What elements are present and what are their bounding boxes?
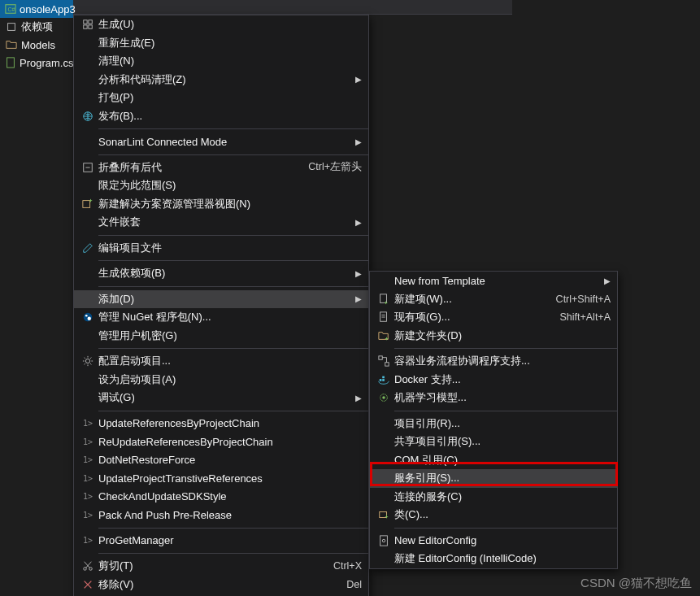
menu-shortcut: Ctrl+Shift+A [543,294,611,305]
add-submenu-item[interactable]: 机器学习模型... [370,389,617,407]
submenu-arrow-icon: ▶ [352,137,362,146]
context-menu-item[interactable]: 1>ProGetManager [74,532,368,550]
menu-item-label: 生成依赖项(B) [98,266,352,281]
context-menu-item[interactable]: 限定为此范围(S) [74,176,368,195]
svg-point-14 [88,317,91,320]
submenu-arrow-icon: ▶ [352,218,362,227]
add-submenu-item[interactable]: 现有项(G)...Shift+Alt+A [370,308,617,327]
menu-item-label: 文件嵌套 [98,215,352,229]
cut-icon [77,560,98,572]
add-submenu-item[interactable]: 新建 EditorConfig (IntelliCode) [370,550,617,568]
menu-item-label: 限定为此范围(S) [98,178,362,193]
tree-item-deps[interactable]: 依赖项 [0,18,73,36]
menu-item-label: Pack And Push Pre-Release [98,509,362,521]
context-menu-item[interactable]: 移除(V)Del [74,576,368,594]
ps: 1> [77,511,98,520]
menu-shortcut: Ctrl+X [320,560,362,572]
context-menu-item[interactable]: 文件嵌套▶ [74,213,368,232]
new-view-icon [77,198,98,210]
context-menu-item[interactable]: 1>UpdateReferencesByProjectChain [74,415,368,433]
menu-shortcut: Ctrl+左箭头 [295,160,362,174]
gear-icon [77,355,98,367]
tree-project-label: onsoleApp3 [20,3,76,15]
context-menu-item[interactable]: 配置启动项目... [74,352,368,371]
add-submenu-item[interactable]: New EditorConfig [370,532,617,550]
add-submenu-item[interactable]: 类(C)... [370,506,617,524]
add-submenu-item[interactable]: Docker 支持... [370,371,617,389]
context-menu-item[interactable]: 重新生成(E) [74,34,368,53]
add-submenu-item[interactable]: 新建文件夹(D) [370,327,617,346]
config-icon [373,535,394,546]
add-submenu-item[interactable]: 共享项目引用(S)... [370,433,617,451]
ps: 1> [77,455,98,464]
add-submenu-item[interactable]: 服务引用(S)... [370,469,617,488]
menu-item-label: COM 引用(C)... [394,453,611,468]
menu-item-label: 配置启动项目... [98,354,362,368]
new-folder-icon [373,330,394,342]
menu-item-label: 服务引用(S)... [394,471,611,485]
menu-separator [98,154,368,155]
workflow-icon [373,355,394,367]
ps: 1> [77,536,98,545]
svg-rect-26 [382,376,385,378]
remove-icon [77,579,98,590]
menu-separator [394,411,617,411]
context-menu-item[interactable]: 生成(U) [74,15,368,34]
svg-text:C#: C# [8,7,15,12]
context-menu-item[interactable]: 添加(D)▶ [74,290,368,309]
context-menu-item[interactable]: 编辑项目文件 [74,239,368,258]
context-menu-item[interactable]: 管理 NuGet 程序包(N)... [74,308,368,327]
context-menu-item[interactable]: 1>ReUpdateReferencesByProjectChain [74,433,368,451]
context-menu-item[interactable]: 分析和代码清理(Z)▶ [74,71,368,89]
context-menu-item[interactable]: 清理(N) [74,52,368,71]
menu-item-label: 分析和代码清理(Z) [98,72,352,87]
context-menu-item[interactable]: 打包(P) [74,89,368,107]
add-submenu: New from Template▶新建项(W)...Ctrl+Shift+A现… [369,271,618,569]
menu-item-label: 管理用户机密(G) [98,328,362,343]
menu-separator [394,348,617,349]
add-submenu-item[interactable]: COM 引用(C)... [370,451,617,470]
add-submenu-item[interactable]: 项目引用(R)... [370,415,617,433]
ps: 1> [77,492,98,501]
add-submenu-item[interactable]: New from Template▶ [370,272,617,290]
collapse-icon [77,162,98,173]
submenu-arrow-icon: ▶ [352,269,362,278]
solution-explorer-tree: C# onsoleApp3 依赖项 Models Program.cs [0,0,73,72]
tree-project-node[interactable]: C# onsoleApp3 [0,0,73,18]
add-submenu-item[interactable]: 连接的服务(C) [370,488,617,507]
tree-item-folder[interactable]: Models [0,36,73,54]
context-menu-item[interactable]: 发布(B)... [74,107,368,126]
svg-rect-6 [84,25,87,28]
add-submenu-item[interactable]: 新建项(W)...Ctrl+Shift+A [370,290,617,309]
submenu-arrow-icon: ▶ [352,294,362,303]
menu-separator [98,553,368,554]
context-menu-item[interactable]: 折叠所有后代Ctrl+左箭头 [74,159,368,177]
context-menu-item[interactable]: SonarLint Connected Mode▶ [74,133,368,151]
menu-item-label: UpdateReferencesByProjectChain [98,417,362,429]
menu-item-label: 新建 EditorConfig (IntelliCode) [394,551,611,566]
context-menu-item[interactable]: 剪切(T)Ctrl+X [74,557,368,576]
submenu-arrow-icon: ▶ [352,394,362,402]
svg-rect-24 [380,379,382,381]
build-icon [77,19,98,30]
context-menu-item[interactable]: 1>Pack And Push Pre-Release [74,506,368,524]
context-menu-item[interactable]: 1>DotNetRestoreForce [74,451,368,470]
add-submenu-item[interactable]: 容器业务流程协调程序支持... [370,352,617,371]
context-menu-item[interactable]: 调试(G)▶ [74,389,368,407]
menu-item-label: 机器学习模型... [394,390,611,405]
context-menu-item[interactable]: 设为启动项目(A) [74,371,368,389]
context-menu-item[interactable]: 生成依赖项(B)▶ [74,264,368,283]
menu-item-label: 新建文件夹(D) [394,328,611,343]
context-menu-item[interactable]: 新建解决方案资源管理器视图(N) [74,195,368,214]
tree-item-file[interactable]: Program.cs [0,54,73,72]
context-menu-item[interactable]: 1>UpdateProjectTranstiveReferences [74,469,368,488]
context-menu-item[interactable]: 1>CheckAndUpdateSDKStyle [74,488,368,507]
menu-item-label: New from Template [394,275,601,287]
svg-rect-5 [89,20,92,24]
context-menu-item[interactable]: 管理用户机密(G) [74,327,368,346]
ps: 1> [77,437,98,446]
menu-item-label: 编辑项目文件 [98,241,362,255]
menu-separator [98,260,368,261]
svg-point-31 [382,539,385,542]
menu-item-label: 清理(N) [98,54,362,68]
